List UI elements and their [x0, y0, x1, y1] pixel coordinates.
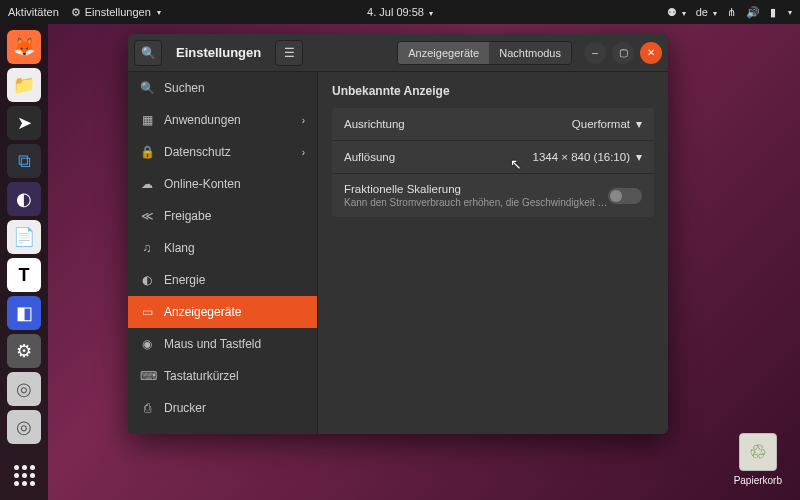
volume-icon[interactable]: 🔊: [746, 6, 760, 19]
close-button[interactable]: ✕: [640, 42, 662, 64]
sidebar-item-freigabe[interactable]: ≪Freigabe: [128, 200, 317, 232]
top-bar: Aktivitäten ⚙ Einstellungen ▾ 4. Jul 09:…: [0, 0, 800, 24]
chevron-down-icon: ▾: [788, 8, 792, 17]
trash-launcher[interactable]: ♲ Papierkorb: [734, 433, 782, 486]
chevron-right-icon: ›: [302, 115, 305, 126]
sidebar-item-label: Drucker: [164, 401, 206, 415]
sidebar-icon: ≪: [140, 209, 154, 223]
resolution-label: Auflösung: [344, 151, 395, 163]
trash-icon: ♲: [739, 433, 777, 471]
sidebar-icon: ⎙: [140, 401, 154, 415]
tab-displays[interactable]: Anzeigegeräte: [398, 42, 489, 64]
search-button[interactable]: 🔍: [134, 40, 162, 66]
dock-item-settings[interactable]: ⚙: [7, 334, 41, 368]
sidebar-item-suchen[interactable]: 🔍Suchen: [128, 72, 317, 104]
minimize-button[interactable]: –: [584, 42, 606, 64]
display-heading: Unbekannte Anzeige: [332, 84, 654, 98]
sidebar-item-label: Wechselmedien: [164, 433, 249, 434]
settings-window: 🔍 Einstellungen ☰ Anzeigegeräte Nachtmod…: [128, 34, 668, 434]
sidebar-item-drucker[interactable]: ⎙Drucker: [128, 392, 317, 424]
chevron-right-icon: ›: [302, 147, 305, 158]
network-icon[interactable]: ⋔: [727, 6, 736, 19]
main-panel: Unbekannte Anzeige Ausrichtung Querforma…: [318, 72, 668, 434]
sidebar-item-label: Maus und Tastfeld: [164, 337, 261, 351]
sidebar-icon: ☁: [140, 177, 154, 191]
dock: 🦊 📁 ➤ ⧉ ◐ 📄 T ◧ ⚙ ◎ ◎: [0, 24, 48, 500]
fractional-scaling-row[interactable]: Fraktionelle Skalierung Kann den Stromve…: [332, 174, 654, 217]
sidebar-icon: ⏏: [140, 433, 154, 434]
resolution-row[interactable]: Auflösung 1344 × 840 (16:10)▾: [332, 141, 654, 174]
sidebar-item-label: Freigabe: [164, 209, 211, 223]
sidebar-item-label: Suchen: [164, 81, 205, 95]
dock-item-eclipse[interactable]: ◐: [7, 182, 41, 216]
sidebar-item-label: Online-Konten: [164, 177, 241, 191]
sidebar-item-anzeigegeräte[interactable]: ▭Anzeigegeräte: [128, 296, 317, 328]
sidebar-item-label: Energie: [164, 273, 205, 287]
sidebar-item-online-konten[interactable]: ☁Online-Konten: [128, 168, 317, 200]
sidebar-item-label: Anzeigegeräte: [164, 305, 241, 319]
dock-item-libreoffice[interactable]: 📄: [7, 220, 41, 254]
scaling-label: Fraktionelle Skalierung: [344, 183, 607, 195]
gear-icon: ⚙: [71, 6, 81, 19]
app-menu[interactable]: ⚙ Einstellungen ▾: [71, 6, 161, 19]
sidebar-icon: ◉: [140, 337, 154, 351]
dock-item-terminal[interactable]: ➤: [7, 106, 41, 140]
view-switcher: Anzeigegeräte Nachtmodus: [397, 41, 572, 65]
orientation-label: Ausrichtung: [344, 118, 405, 130]
sidebar-item-datenschutz[interactable]: 🔒Datenschutz›: [128, 136, 317, 168]
scaling-description: Kann den Stromverbrauch erhöhen, die Ges…: [344, 197, 607, 208]
sidebar-icon: ♫: [140, 241, 154, 255]
tab-night-mode[interactable]: Nachtmodus: [489, 42, 571, 64]
sidebar-item-label: Tastaturkürzel: [164, 369, 239, 383]
sidebar-item-label: Klang: [164, 241, 195, 255]
cursor-icon: ↖: [510, 156, 522, 172]
battery-icon[interactable]: ▮: [770, 6, 776, 19]
app-menu-label: Einstellungen: [85, 6, 151, 18]
sidebar-icon: ▦: [140, 113, 154, 127]
dock-item-files[interactable]: 📁: [7, 68, 41, 102]
sidebar-item-wechselmedien[interactable]: ⏏Wechselmedien: [128, 424, 317, 434]
hamburger-menu-button[interactable]: ☰: [275, 40, 303, 66]
clock[interactable]: 4. Jul 09:58 ▾: [367, 6, 433, 18]
titlebar[interactable]: 🔍 Einstellungen ☰ Anzeigegeräte Nachtmod…: [128, 34, 668, 72]
scaling-toggle[interactable]: [608, 188, 642, 204]
chevron-down-icon: ▾: [157, 8, 161, 17]
dock-item-text[interactable]: T: [7, 258, 41, 292]
chevron-down-icon: ▾: [429, 9, 433, 18]
chevron-down-icon: ▾: [636, 117, 642, 131]
sidebar-icon: ◐: [140, 273, 154, 287]
trash-label: Papierkorb: [734, 475, 782, 486]
dock-item-disc2[interactable]: ◎: [7, 410, 41, 444]
sidebar-item-energie[interactable]: ◐Energie: [128, 264, 317, 296]
sidebar-item-tastaturkürzel[interactable]: ⌨Tastaturkürzel: [128, 360, 317, 392]
dock-item-vscode[interactable]: ⧉: [7, 144, 41, 178]
sidebar-icon: 🔒: [140, 145, 154, 159]
window-title: Einstellungen: [176, 45, 261, 60]
settings-sidebar: 🔍Suchen▦Anwendungen›🔒Datenschutz›☁Online…: [128, 72, 318, 434]
show-applications-button[interactable]: [7, 458, 41, 492]
orientation-value: Querformat: [572, 118, 630, 130]
sidebar-item-label: Anwendungen: [164, 113, 241, 127]
resolution-value: 1344 × 840 (16:10): [532, 151, 630, 163]
sidebar-item-anwendungen[interactable]: ▦Anwendungen›: [128, 104, 317, 136]
accessibility-icon[interactable]: ⚉ ▾: [667, 6, 686, 19]
sidebar-item-maus-und-tastfeld[interactable]: ◉Maus und Tastfeld: [128, 328, 317, 360]
maximize-button[interactable]: ▢: [612, 42, 634, 64]
sidebar-item-klang[interactable]: ♫Klang: [128, 232, 317, 264]
dock-item-firefox[interactable]: 🦊: [7, 30, 41, 64]
orientation-row[interactable]: Ausrichtung Querformat▾: [332, 108, 654, 141]
dock-item-screenshot[interactable]: ◧: [7, 296, 41, 330]
dock-item-disc[interactable]: ◎: [7, 372, 41, 406]
activities-button[interactable]: Aktivitäten: [8, 6, 59, 18]
sidebar-icon: ⌨: [140, 369, 154, 383]
chevron-down-icon: ▾: [636, 150, 642, 164]
sidebar-icon: ▭: [140, 305, 154, 319]
keyboard-layout-indicator[interactable]: de ▾: [696, 6, 717, 18]
sidebar-icon: 🔍: [140, 81, 154, 95]
sidebar-item-label: Datenschutz: [164, 145, 231, 159]
